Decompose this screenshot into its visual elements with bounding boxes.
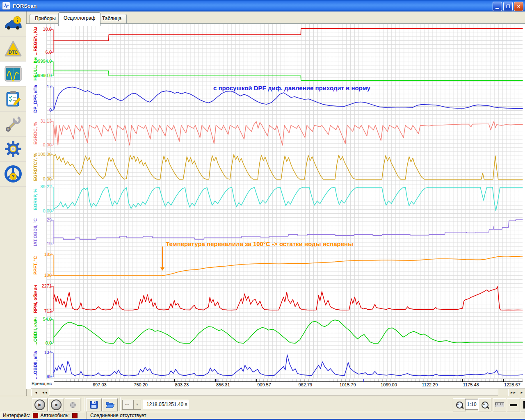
arrow-right-icon: ►	[520, 391, 523, 395]
corner-frame-icon	[523, 401, 525, 409]
restore-button[interactable]	[503, 2, 513, 11]
save-icon	[90, 401, 98, 409]
zoom-scale-display: 1:10	[465, 399, 478, 410]
svg-text:DTC: DTC	[8, 50, 18, 55]
x-axis-tick-label: 1228.67	[504, 382, 520, 387]
svg-text:i: i	[16, 17, 18, 23]
x-axis-tick-label: 1015.79	[340, 382, 356, 387]
x-axis-tick-label: 803.23	[175, 382, 189, 387]
vehicle-status-led	[72, 413, 78, 418]
sidebar-item-tests[interactable]	[0, 87, 26, 112]
tab-bar: Приборы Осциллограф Таблица	[26, 12, 525, 23]
window-title: FORScan	[13, 3, 37, 9]
svg-text:?: ?	[11, 174, 14, 180]
vehicle-info-icon: i	[4, 16, 23, 32]
scroll-page-left-button[interactable]: ◄◄	[40, 389, 49, 396]
line-width-button[interactable]	[507, 398, 520, 411]
time-position-display: 1218.05/1251.40 s	[143, 400, 189, 409]
minimize-button[interactable]	[493, 2, 502, 11]
thick-line-icon	[510, 404, 517, 406]
close-icon: ×	[517, 4, 520, 9]
x-axis-tick-label: 1122.29	[422, 382, 438, 387]
x-axis-tick	[339, 379, 339, 382]
x-axis-position-marker	[363, 379, 364, 382]
interface-label: Интерфейс:	[3, 413, 30, 418]
time-scrollbar[interactable]: ◄ ◄◄ ►► ►	[31, 388, 525, 396]
minimize-icon	[495, 8, 499, 9]
x-axis-tick	[215, 379, 216, 382]
gear-icon	[70, 402, 76, 408]
x-axis-tick	[256, 379, 257, 382]
zoom-out-icon: -	[456, 402, 463, 409]
x-axis-tick-label: 856.31	[216, 382, 230, 387]
close-button[interactable]: ×	[514, 2, 523, 11]
zoom-out-button[interactable]: -	[453, 398, 466, 411]
save-button[interactable]	[86, 398, 102, 411]
x-axis-position-marker	[217, 379, 217, 382]
forscan-window: FORScan × Приборы Осциллограф Таблица i …	[0, 0, 525, 420]
x-axis-tick	[92, 379, 92, 382]
interface-status-led	[33, 413, 38, 418]
settings-icon	[4, 140, 22, 158]
layout-button[interactable]	[521, 398, 525, 411]
open-button[interactable]	[102, 398, 118, 411]
sidebar-item-vehicle-info[interactable]: i	[0, 11, 26, 37]
chevron-down-icon: ▼	[133, 400, 141, 409]
folder-open-icon	[105, 401, 114, 409]
toolbar-separator	[83, 397, 84, 411]
x-axis-tick	[133, 379, 133, 382]
bottom-toolbar: ▶ ■ --- ▼ 1218.05/1251.40 s	[0, 396, 525, 412]
arrow-left-icon: ◄	[34, 391, 37, 395]
tests-icon	[4, 90, 22, 107]
x-axis-tick-label: 1175.48	[463, 382, 479, 387]
toolbar-separator	[119, 397, 121, 411]
tab-oscilloscope[interactable]: Осциллограф	[58, 12, 100, 26]
x-axis-tick-label: 750.20	[134, 382, 148, 387]
measure-button[interactable]	[493, 398, 506, 411]
sidebar-item-help[interactable]: ?	[0, 162, 26, 187]
x-axis-tick	[462, 379, 463, 382]
title-bar: FORScan ×	[0, 0, 525, 11]
dtc-icon: DTC	[4, 40, 22, 57]
scroll-page-right-button[interactable]: ►►	[508, 389, 518, 396]
ruler-icon	[495, 402, 504, 407]
x-axis-tick	[503, 379, 504, 382]
record-settings-button[interactable]	[65, 398, 80, 411]
scroll-step-right-button[interactable]: ►	[517, 389, 525, 396]
x-axis-tick	[380, 379, 380, 382]
x-axis-tick	[421, 379, 421, 382]
status-connection-cell: Интерфейс: Автомобиль:	[1, 412, 85, 419]
sidebar-item-settings[interactable]	[0, 137, 26, 162]
status-bar: Интерфейс: Автомобиль: Соединение отсутс…	[0, 411, 525, 419]
help-icon: ?	[4, 165, 22, 183]
x-axis-tick	[174, 379, 175, 382]
stop-icon: ■	[51, 399, 62, 410]
x-axis-tick-label: 962.79	[299, 382, 313, 387]
x-axis-line	[54, 381, 523, 382]
sidebar-item-oscilloscope[interactable]	[0, 62, 26, 87]
service-icon	[4, 115, 22, 132]
sidebar-item-service[interactable]	[0, 112, 26, 137]
play-icon: ▶	[34, 399, 45, 410]
chart-grid	[46, 24, 523, 379]
sidebar: i DTC	[0, 11, 27, 396]
scroll-step-left-button[interactable]: ◄	[31, 389, 41, 396]
x-axis-tick-label: 697.03	[93, 382, 107, 387]
sidebar-item-dtc[interactable]: DTC	[0, 37, 26, 62]
play-button[interactable]: ▶	[32, 398, 48, 411]
x-axis-tick-label: 909.57	[257, 382, 271, 387]
oscilloscope-icon	[4, 66, 22, 82]
zoom-in-button[interactable]: +	[478, 398, 491, 411]
app-icon	[2, 2, 10, 10]
vehicle-label: Автомобиль:	[41, 413, 70, 418]
double-arrow-right-icon: ►►	[510, 391, 516, 395]
dropdown-value: ---	[123, 400, 133, 409]
stop-button[interactable]: ■	[48, 398, 64, 411]
zoom-in-icon: +	[482, 402, 488, 409]
x-axis-tick	[298, 379, 298, 382]
scrollbar-thumb[interactable]	[498, 389, 509, 396]
connection-status-text: Соединение отсутствует	[90, 413, 146, 418]
double-arrow-left-icon: ◄◄	[42, 391, 48, 395]
playback-speed-dropdown[interactable]: --- ▼	[122, 400, 141, 410]
x-axis-title: Время,мс	[32, 381, 52, 386]
